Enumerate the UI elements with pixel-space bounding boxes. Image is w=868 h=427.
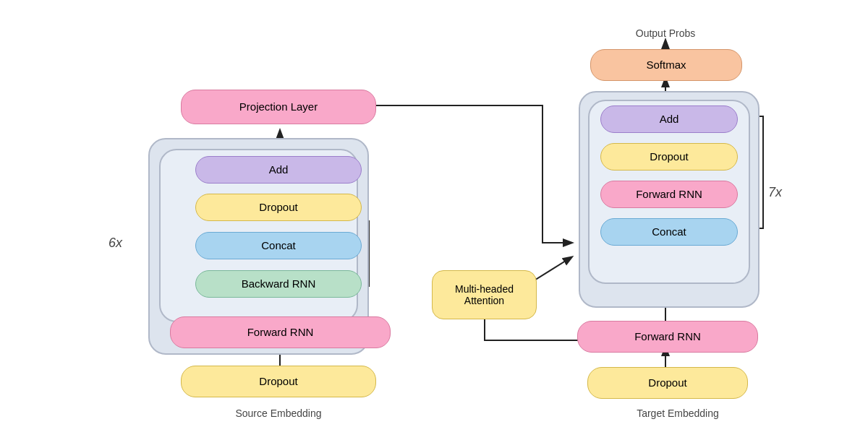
right-dropout-top-node: Dropout [600, 143, 738, 171]
target-embedding-label: Target Embedding [587, 407, 768, 419]
attention-node: Multi-headed Attention [432, 270, 537, 319]
right-forward-rnn-top-node: Forward RNN [600, 181, 738, 208]
softmax-node: Softmax [590, 49, 742, 81]
projection-layer-node: Projection Layer [181, 90, 376, 124]
right-dropout-bottom-node: Dropout [587, 367, 748, 399]
source-embedding-label: Source Embedding [170, 407, 387, 419]
output-probs-label: Output Probs [615, 27, 716, 39]
right-forward-rnn-bottom-node: Forward RNN [577, 321, 758, 353]
left-multiplier-label: 6x [109, 236, 122, 251]
left-dropout-bottom-node: Dropout [181, 366, 376, 397]
diagram: Projection Layer Add Dropout Concat Back… [36, 12, 832, 416]
left-forward-rnn-node: Forward RNN [170, 316, 391, 348]
backward-rnn-node: Backward RNN [195, 270, 362, 298]
left-dropout-top-node: Dropout [195, 194, 362, 221]
right-multiplier-label: 7x [768, 185, 782, 200]
left-add-node: Add [195, 156, 362, 184]
right-add-node: Add [600, 105, 738, 133]
left-concat-node: Concat [195, 232, 362, 259]
right-concat-node: Concat [600, 218, 738, 246]
